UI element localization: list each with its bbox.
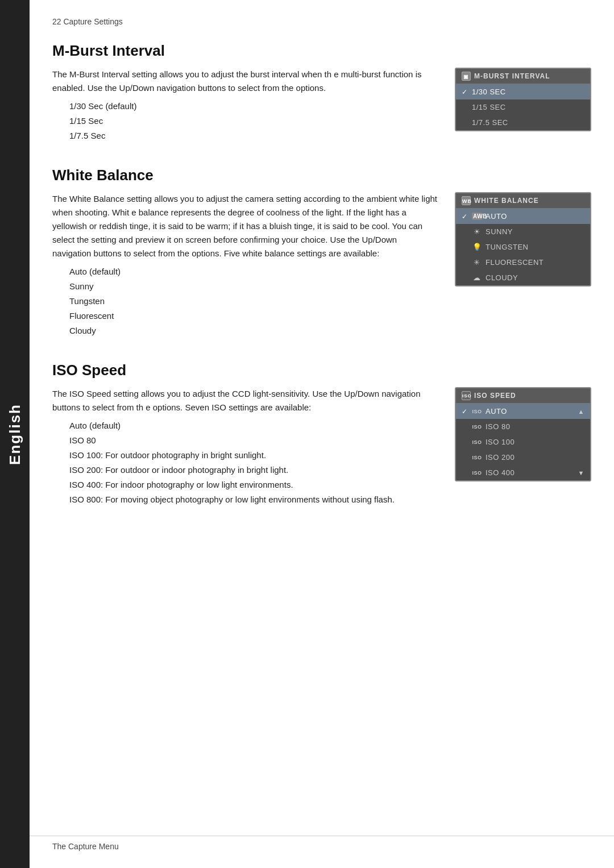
list-item-wb-3: Fluorescent (69, 309, 438, 323)
menu-title-label-white-balance: WHITE BALANCE (474, 197, 539, 205)
iso-icon-1: ISO (472, 424, 482, 430)
cloudy-icon: ☁ (472, 273, 482, 282)
menu-item-iso-1[interactable]: ISO ISO 80 (456, 419, 590, 434)
section-heading-iso-speed: ISO Speed (52, 362, 591, 379)
menu-label-wb-1: SUNNY (486, 227, 513, 236)
scroll-up-arrow: ▲ (578, 408, 584, 415)
awb-icon: AWB (472, 213, 482, 220)
section-para-iso-speed: The ISO Speed setting allows you to adju… (52, 387, 438, 414)
menu-item-wb-2[interactable]: 💡 TUNGSTEN (456, 239, 590, 255)
section-list-white-balance: Auto (default) Sunny Tungsten Fluorescen… (69, 265, 438, 338)
menu-check-m-burst-0: ✓ (462, 88, 468, 96)
menu-item-m-burst-0[interactable]: ✓ 1/30 SEC (456, 84, 590, 99)
menu-title-bar-iso-speed: ISO ISO SPEED (456, 388, 590, 404)
breadcrumb: 22 Capture Settings (52, 17, 591, 26)
iso-icon-0: ISO (472, 409, 482, 414)
section-row-iso-speed: The ISO Speed setting allows you to adju… (52, 387, 591, 508)
menu-item-wb-4[interactable]: ☁ CLOUDY (456, 270, 590, 285)
list-item-iso-0: Auto (default) (69, 419, 438, 433)
menu-item-wb-3[interactable]: ✳ FLUORESCENT (456, 255, 590, 270)
list-item-wb-0: Auto (default) (69, 265, 438, 279)
section-heading-m-burst: M-Burst Interval (52, 42, 591, 60)
menu-item-wb-0[interactable]: ✓ AWB AUTO (456, 209, 590, 224)
menu-label-m-burst-0: 1/30 SEC (472, 88, 506, 96)
side-tab: English (0, 0, 30, 868)
section-list-m-burst: 1/30 Sec (default) 1/15 Sec 1/7.5 Sec (69, 99, 438, 143)
list-item-m-burst-2: 1/7.5 Sec (69, 129, 438, 143)
side-tab-label: English (6, 404, 24, 465)
menu-label-m-burst-1: 1/15 SEC (472, 103, 506, 111)
iso-icon-4: ISO (472, 470, 482, 476)
menu-item-m-burst-1[interactable]: 1/15 SEC (456, 99, 590, 115)
menu-item-iso-2[interactable]: ISO ISO 100 (456, 434, 590, 450)
section-menu-white-balance: WB WHITE BALANCE ✓ AWB AUTO ☀ SUNNY (455, 192, 591, 339)
menu-label-iso-2: ISO 100 (486, 438, 515, 446)
fluorescent-icon: ✳ (472, 258, 482, 267)
section-text-m-burst: The M-Burst Interval setting allows you … (52, 68, 438, 144)
section-white-balance: White Balance The White Balance setting … (52, 167, 591, 339)
menu-label-wb-4: CLOUDY (486, 273, 518, 282)
section-m-burst: M-Burst Interval The M-Burst Interval se… (52, 42, 591, 144)
menu-label-wb-3: FLUORESCENT (486, 258, 544, 267)
list-item-iso-4: ISO 400: For indoor photography or low l… (69, 478, 438, 492)
menu-label-m-burst-2: 1/7.5 SEC (472, 118, 508, 127)
section-row-m-burst: The M-Burst Interval setting allows you … (52, 68, 591, 144)
main-content: 22 Capture Settings M-Burst Interval The… (30, 0, 614, 564)
menu-title-label-m-burst: M-BURST INTERVAL (474, 72, 550, 80)
menu-box-iso-speed: ISO ISO SPEED ✓ ISO AUTO ▲ ISO ISO 80 (455, 387, 591, 481)
section-menu-iso-speed: ISO ISO SPEED ✓ ISO AUTO ▲ ISO ISO 80 (455, 387, 591, 508)
section-iso-speed: ISO Speed The ISO Speed setting allows y… (52, 362, 591, 508)
menu-title-icon-iso-speed: ISO (462, 391, 471, 400)
iso-icon-2: ISO (472, 439, 482, 445)
menu-label-iso-4: ISO 400 (486, 468, 515, 477)
menu-title-bar-white-balance: WB WHITE BALANCE (456, 193, 590, 209)
menu-box-white-balance: WB WHITE BALANCE ✓ AWB AUTO ☀ SUNNY (455, 192, 591, 286)
section-menu-m-burst: ▣ M-BURST INTERVAL ✓ 1/30 SEC 1/15 SEC 1… (455, 68, 591, 144)
sunny-icon: ☀ (472, 227, 482, 236)
list-item-wb-2: Tungsten (69, 294, 438, 308)
menu-box-m-burst: ▣ M-BURST INTERVAL ✓ 1/30 SEC 1/15 SEC 1… (455, 68, 591, 131)
menu-title-bar-m-burst: ▣ M-BURST INTERVAL (456, 69, 590, 84)
menu-label-iso-1: ISO 80 (486, 422, 510, 431)
list-item-iso-1: ISO 80 (69, 434, 438, 447)
scroll-down-arrow: ▼ (578, 470, 584, 476)
menu-check-wb-0: ✓ (462, 213, 468, 221)
menu-label-iso-0: AUTO (486, 407, 507, 416)
list-item-iso-5: ISO 800: For moving object photography o… (69, 493, 438, 506)
section-heading-white-balance: White Balance (52, 167, 591, 184)
menu-label-wb-2: TUNGSTEN (486, 243, 529, 251)
menu-item-iso-0[interactable]: ✓ ISO AUTO ▲ (456, 404, 590, 419)
iso-icon-3: ISO (472, 455, 482, 460)
list-item-m-burst-0: 1/30 Sec (default) (69, 99, 438, 113)
list-item-iso-3: ISO 200: For outdoor or indoor photograp… (69, 463, 438, 477)
menu-title-label-iso-speed: ISO SPEED (474, 392, 516, 400)
menu-item-iso-3[interactable]: ISO ISO 200 (456, 450, 590, 465)
section-text-white-balance: The White Balance setting allows you to … (52, 192, 438, 339)
menu-label-wb-0: AUTO (486, 212, 507, 221)
list-item-m-burst-1: 1/15 Sec (69, 114, 438, 128)
list-item-iso-2: ISO 100: For outdoor photography in brig… (69, 448, 438, 462)
list-item-wb-4: Cloudy (69, 324, 438, 338)
menu-title-icon-white-balance: WB (462, 196, 471, 205)
footer: The Capture Menu (30, 836, 614, 851)
menu-item-wb-1[interactable]: ☀ SUNNY (456, 224, 590, 239)
menu-item-m-burst-2[interactable]: 1/7.5 SEC (456, 115, 590, 130)
menu-check-iso-0: ✓ (462, 408, 468, 416)
list-item-wb-1: Sunny (69, 280, 438, 293)
menu-title-icon-m-burst: ▣ (462, 72, 471, 81)
section-list-iso-speed: Auto (default) ISO 80 ISO 100: For outdo… (69, 419, 438, 506)
section-row-white-balance: The White Balance setting allows you to … (52, 192, 591, 339)
footer-label: The Capture Menu (52, 842, 119, 851)
menu-label-iso-3: ISO 200 (486, 453, 515, 462)
tungsten-icon: 💡 (472, 243, 482, 251)
section-para-m-burst: The M-Burst Interval setting allows you … (52, 68, 438, 95)
menu-item-iso-4[interactable]: ISO ISO 400 ▼ (456, 465, 590, 480)
section-para-white-balance: The White Balance setting allows you to … (52, 192, 438, 260)
section-text-iso-speed: The ISO Speed setting allows you to adju… (52, 387, 438, 508)
